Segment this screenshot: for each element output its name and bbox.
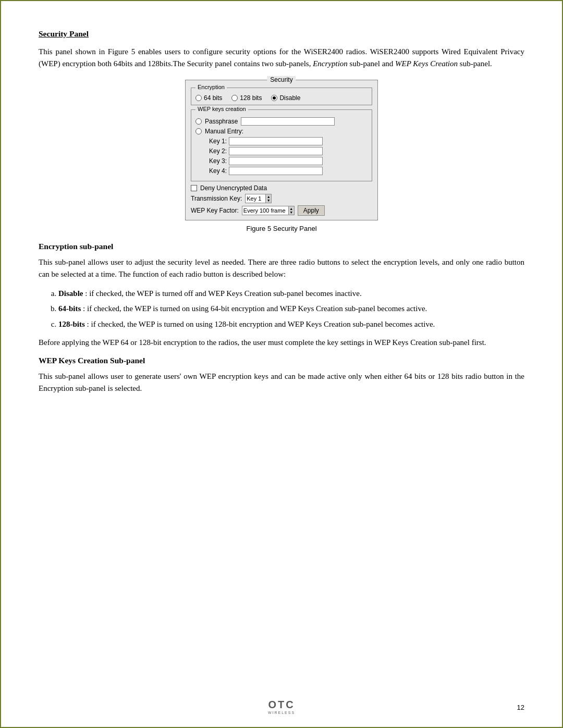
list-item-128bits: 128-bits : if checked, the WEP is turned…: [58, 318, 524, 330]
list-item-64bits: 64-bits : if checked, the WEP is turned …: [58, 303, 524, 315]
encryption-legend: Encryption: [195, 84, 227, 90]
otc-logo: OTC WIRELESS: [268, 699, 295, 714]
64bits-text: : if checked, the WEP is turned on using…: [83, 304, 427, 313]
section3-title: WEP Keys Creation Sub-panel: [39, 356, 524, 365]
passphrase-row: Passphrase: [195, 117, 368, 126]
factor-spinner-up-icon[interactable]: ▲: [289, 207, 293, 211]
key4-input[interactable]: [229, 167, 323, 175]
key4-row: Key 4:: [195, 167, 368, 175]
key-spinner[interactable]: ▲ ▼: [265, 194, 272, 203]
radio-64bits[interactable]: 64 bits: [195, 94, 222, 102]
key1-row: Key 1:: [195, 137, 368, 145]
wep-factor-row: WEP Key Factor: Every 100 frame ▲ ▼ Appl…: [191, 205, 372, 216]
section3-paragraph: This sub-panel allows user to generate u…: [39, 371, 524, 395]
security-panel-container: Security Encryption 64 bits 128 bits: [39, 80, 524, 220]
transmission-row: Transmission Key: Key 1 ▲ ▼: [191, 194, 372, 203]
key-select[interactable]: Key 1: [245, 194, 266, 203]
section1-title: Security Panel: [39, 29, 524, 39]
transmission-label: Transmission Key:: [191, 195, 242, 202]
radio-128bits[interactable]: 128 bits: [231, 94, 262, 102]
figure-caption: Figure 5 Security Panel: [39, 225, 524, 232]
spinner-up-icon[interactable]: ▲: [267, 195, 271, 199]
wep-factor-label: WEP Key Factor:: [191, 207, 239, 214]
security-panel: Security Encryption 64 bits 128 bits: [185, 80, 378, 220]
manual-entry-label: Manual Entry:: [205, 128, 243, 135]
page-number: 12: [517, 704, 524, 711]
list-item-disable: Disable : if checked, the WEP is turned …: [58, 288, 524, 300]
key2-input[interactable]: [229, 147, 323, 155]
deny-row: Deny Unencrypted Data: [191, 184, 372, 192]
section2-paragraph: This sub-panel allows user to adjust the…: [39, 256, 524, 281]
passphrase-input[interactable]: [241, 117, 335, 126]
disable-text: : if checked, the WEP is turned off and …: [85, 289, 361, 298]
key3-row: Key 3:: [195, 157, 368, 165]
otc-subtext: WIRELESS: [268, 711, 295, 714]
factor-select[interactable]: Every 100 frame: [242, 206, 289, 215]
key1-input[interactable]: [229, 137, 323, 145]
factor-spinner-down-icon[interactable]: ▼: [289, 211, 293, 214]
deny-label: Deny Unencrypted Data: [200, 184, 267, 192]
spinner-down-icon[interactable]: ▼: [267, 199, 271, 202]
page: Security Panel This panel shown in Figur…: [0, 0, 563, 728]
manual-entry-row: Manual Entry:: [195, 128, 368, 135]
key2-label: Key 2:: [204, 147, 227, 155]
radio-64-icon[interactable]: [195, 95, 202, 101]
64bits-bold: 64-bits: [58, 304, 81, 313]
radio-disable-icon[interactable]: [271, 95, 277, 101]
otc-text: OTC: [268, 699, 295, 711]
wep-keys-subpanel: WEP keys creation Passphrase Manual Entr…: [191, 109, 372, 181]
section2-paragraph2: Before applying the WEP 64 or 128-bit en…: [39, 337, 524, 349]
key1-label: Key 1:: [204, 138, 227, 145]
wep-keys-legend: WEP keys creation: [195, 106, 248, 112]
disable-bold: Disable: [58, 289, 83, 298]
key2-row: Key 2:: [195, 147, 368, 155]
manual-radio-icon[interactable]: [195, 128, 202, 134]
key4-label: Key 4:: [204, 167, 227, 175]
encryption-list: Disable : if checked, the WEP is turned …: [39, 288, 524, 330]
128bits-text: : if checked, the WEP is turned on using…: [87, 320, 435, 328]
apply-button[interactable]: Apply: [298, 205, 325, 216]
encryption-subpanel: Encryption 64 bits 128 bits Disable: [191, 88, 372, 105]
radio-128-icon[interactable]: [231, 95, 238, 101]
panel-inner: Encryption 64 bits 128 bits Disable: [186, 80, 377, 220]
section1-paragraph: This panel shown in Figure 5 enables use…: [39, 46, 524, 70]
encryption-row: 64 bits 128 bits Disable: [195, 94, 368, 102]
passphrase-radio-icon[interactable]: [195, 118, 202, 125]
key3-input[interactable]: [229, 157, 323, 165]
128bits-bold: 128-bits: [58, 320, 85, 328]
key-select-value: Key 1: [247, 195, 261, 202]
factor-spinner[interactable]: ▲ ▼: [288, 206, 295, 215]
deny-checkbox[interactable]: [191, 185, 197, 191]
radio-disable[interactable]: Disable: [271, 94, 300, 102]
key3-label: Key 3:: [204, 157, 227, 165]
factor-select-value: Every 100 frame: [243, 207, 286, 214]
passphrase-label: Passphrase: [205, 118, 238, 125]
panel-legend: Security: [267, 76, 296, 83]
section2-title: Encryption sub-panel: [39, 242, 524, 251]
